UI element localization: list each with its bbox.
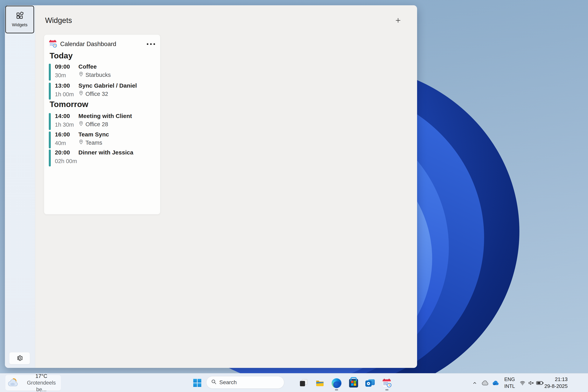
more-options-button[interactable]: [145, 41, 156, 47]
event-time: 09:00: [55, 63, 78, 70]
sidebar-item-widgets[interactable]: Widgets: [5, 6, 34, 33]
tray-time: 21:13: [544, 376, 568, 383]
event-title: Team Sync: [78, 131, 109, 138]
event-accent-bar: [49, 83, 51, 100]
microsoft-store-button[interactable]: [348, 378, 359, 388]
section-heading-today: Today: [50, 51, 73, 60]
tray-cloud-button[interactable]: [480, 379, 490, 387]
map-pin-icon: [78, 121, 84, 128]
volume-mute-icon: [528, 380, 534, 386]
event-duration: 30m: [55, 72, 78, 78]
microsoft-store-icon: [349, 379, 358, 388]
taskbar: 17°C Grotendeels be... Search: [0, 373, 588, 392]
event-row[interactable]: 16:00 40m Team Sync Teams: [49, 131, 156, 148]
clock-tray-item[interactable]: 21:13 29-8-2025: [544, 375, 568, 390]
plus-icon: [395, 17, 402, 24]
onedrive-icon: [492, 380, 500, 386]
event-accent-bar: [49, 150, 51, 166]
card-title: Calendar Dashboard: [60, 40, 116, 48]
event-time: 14:00: [55, 113, 78, 119]
search-placeholder: Search: [219, 379, 237, 386]
language-line1: ENG: [501, 376, 518, 383]
event-row[interactable]: 13:00 1h 00m Sync Gabriel / Daniel Offic…: [49, 82, 156, 100]
calendar-app-button[interactable]: [382, 378, 392, 388]
battery-button[interactable]: [536, 379, 544, 387]
event-location: Teams: [86, 140, 102, 146]
section-heading-tomorrow: Tomorrow: [50, 100, 88, 109]
widgets-icon: [16, 12, 24, 20]
event-location: Office 32: [86, 91, 108, 97]
edge-icon: [332, 378, 342, 388]
battery-icon: [536, 381, 544, 386]
calendar-clock-icon: [382, 378, 392, 389]
event-title: Meeting with Client: [78, 113, 132, 119]
ellipsis-icon: [147, 43, 148, 45]
add-widget-button[interactable]: [393, 16, 403, 26]
weather-temperature: 17°C: [22, 373, 60, 380]
event-row[interactable]: 20:00 02h 00m Dinner with Jessica: [49, 149, 156, 166]
windows-logo-icon: [193, 379, 201, 387]
event-accent-bar: [49, 132, 51, 148]
event-accent-bar: [49, 113, 51, 130]
outlook-button[interactable]: [365, 378, 375, 388]
gear-icon: [16, 354, 23, 362]
weather-widget-button[interactable]: 17°C Grotendeels be...: [6, 375, 61, 390]
tray-date: 29-8-2025: [544, 383, 568, 390]
widgets-panel: Widgets Widgets: [5, 5, 417, 368]
event-duration: 1h 30m: [55, 122, 78, 128]
map-pin-icon: [78, 139, 84, 146]
sidebar-item-label: Widgets: [12, 22, 28, 28]
widgets-settings-button[interactable]: [9, 352, 30, 364]
event-time: 20:00: [55, 149, 78, 156]
event-duration: 02h 00m: [55, 158, 78, 164]
chevron-up-icon: [472, 381, 477, 386]
event-title: Sync Gabriel / Daniel: [78, 82, 137, 89]
running-indicator-edge: [335, 389, 338, 390]
tray-chevron-up-button[interactable]: [471, 379, 479, 387]
running-indicator-calendar: [385, 389, 388, 390]
wifi-button[interactable]: [518, 379, 526, 387]
edge-browser-button[interactable]: [332, 378, 342, 388]
event-row[interactable]: 09:00 30m Coffee Starbucks: [49, 63, 156, 80]
file-explorer-icon: [315, 378, 325, 388]
language-indicator[interactable]: ENG INTL: [501, 375, 518, 390]
outlook-icon: [365, 379, 375, 388]
language-line2: INTL: [501, 383, 518, 390]
event-location: Office 28: [86, 121, 108, 128]
panel-title: Widgets: [45, 16, 72, 25]
event-title: Coffee: [78, 63, 111, 70]
event-accent-bar: [49, 64, 51, 80]
event-duration: 1h 00m: [55, 91, 78, 98]
wifi-icon: [520, 380, 526, 386]
file-explorer-button[interactable]: [315, 378, 325, 388]
task-view-icon: [299, 378, 308, 388]
volume-mute-button[interactable]: [527, 379, 535, 387]
event-time: 16:00: [55, 131, 78, 138]
event-duration: 40m: [55, 140, 78, 146]
event-title: Dinner with Jessica: [78, 149, 133, 156]
widgets-sidebar: Widgets: [5, 5, 35, 368]
cloud-icon: [481, 380, 489, 386]
start-button[interactable]: [192, 378, 202, 388]
search-icon: [211, 379, 216, 386]
weather-condition: Grotendeels be...: [22, 380, 60, 392]
card-header: Calendar Dashboard: [48, 40, 156, 49]
calendar-widget-card[interactable]: Calendar Dashboard Today 09:00 30m Coffe…: [44, 34, 160, 214]
map-pin-icon: [78, 72, 84, 78]
search-input[interactable]: Search: [206, 376, 284, 389]
event-location: Starbucks: [86, 72, 111, 78]
calendar-clock-icon: [48, 39, 58, 49]
map-pin-icon: [78, 90, 84, 97]
event-row[interactable]: 14:00 1h 30m Meeting with Client Office …: [49, 113, 156, 130]
moon-behind-cloud-icon: [8, 377, 20, 389]
event-time: 13:00: [55, 82, 78, 89]
onedrive-button[interactable]: [491, 379, 500, 387]
task-view-button[interactable]: [298, 378, 309, 388]
